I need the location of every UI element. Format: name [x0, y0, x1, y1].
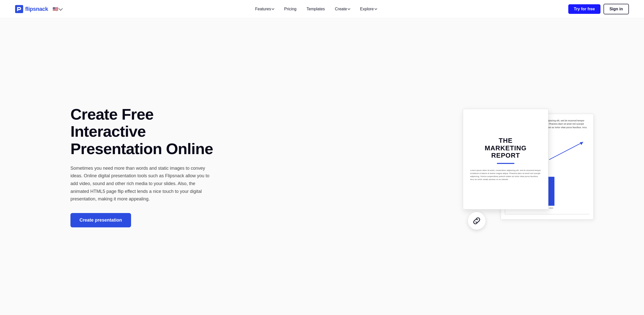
lang-selector[interactable]: 🇺🇸 [51, 5, 64, 13]
bar-group-2020: 2020 [548, 177, 554, 209]
svg-line-1 [549, 142, 583, 160]
link-chain-icon [471, 216, 482, 226]
nav-links: Features Pricing Templates Create Explor… [251, 5, 381, 13]
nav-templates[interactable]: Templates [302, 5, 329, 13]
flag-icon: 🇺🇸 [53, 6, 58, 12]
preview-front-page: THE MARKETING REPORT Lorem ipsum dolor s… [463, 109, 548, 209]
logo-link[interactable]: flipsnack [15, 5, 48, 13]
nav-explore[interactable]: Explore [356, 5, 381, 13]
nav-left: flipsnack 🇺🇸 [15, 5, 64, 13]
sign-in-button[interactable]: Sign in [603, 4, 629, 14]
chart-trend-arrow [547, 138, 587, 163]
nav-features[interactable]: Features [251, 5, 278, 13]
features-dropdown-icon [272, 7, 274, 10]
hero-section: Create Free Interactive Presentation Onl… [0, 18, 644, 315]
nav-actions: Try for free Sign in [568, 4, 629, 14]
nav-create[interactable]: Create [331, 5, 354, 13]
nav-pricing[interactable]: Pricing [280, 5, 300, 13]
navbar: flipsnack 🇺🇸 Features Pricing Templates … [0, 0, 644, 18]
link-icon-overlay [468, 212, 486, 230]
flipsnack-logo-icon [15, 5, 23, 13]
preview-title-underline [497, 163, 514, 164]
lang-dropdown-icon [58, 6, 63, 11]
bar-label-2020: 2020 [549, 207, 553, 209]
hero-description: Sometimes you need more than words and s… [70, 164, 211, 203]
hero-preview: Lorem ipsum dolor sit amet, consectetur … [463, 109, 594, 225]
logo-text: flipsnack [25, 6, 48, 12]
bar-2020 [548, 177, 554, 206]
create-dropdown-icon [348, 7, 350, 10]
hero-content: Create Free Interactive Presentation Onl… [70, 106, 226, 227]
create-presentation-button[interactable]: Create presentation [70, 213, 131, 227]
explore-dropdown-icon [374, 7, 377, 10]
hero-title: Create Free Interactive Presentation Onl… [70, 106, 226, 157]
try-for-free-button[interactable]: Try for free [568, 4, 600, 14]
preview-report-title: THE MARKETING REPORT [485, 137, 527, 160]
preview-subtext: Lorem ipsum dolor sit amet, consectetur … [469, 169, 542, 181]
